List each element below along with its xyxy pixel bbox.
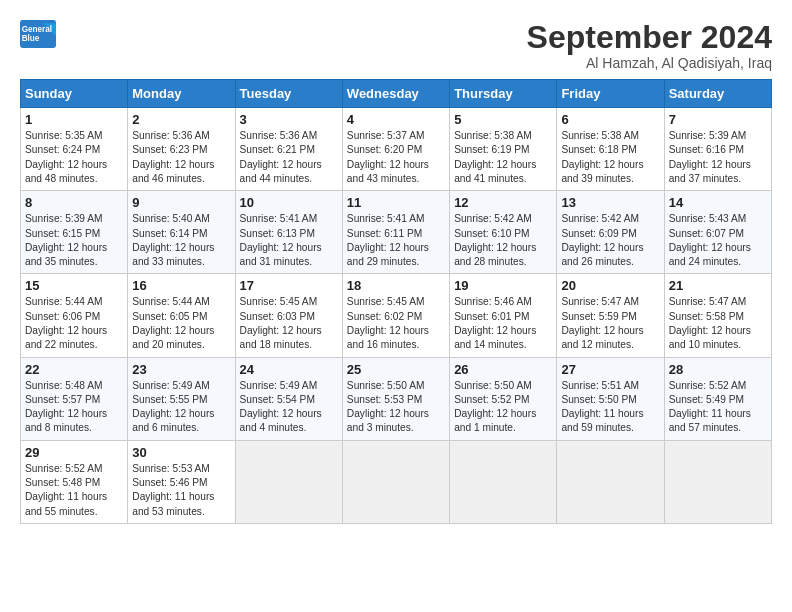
calendar-week-5: 29 Sunrise: 5:52 AM Sunset: 5:48 PM Dayl… bbox=[21, 440, 772, 523]
day-number: 29 bbox=[25, 445, 123, 460]
sunrise-text: Sunrise: 5:47 AM bbox=[669, 296, 747, 307]
day-number: 14 bbox=[669, 195, 767, 210]
table-row bbox=[557, 440, 664, 523]
table-row: 7 Sunrise: 5:39 AM Sunset: 6:16 PM Dayli… bbox=[664, 108, 771, 191]
day-number: 25 bbox=[347, 362, 445, 377]
calendar-week-3: 15 Sunrise: 5:44 AM Sunset: 6:06 PM Dayl… bbox=[21, 274, 772, 357]
sunset-text: Sunset: 6:23 PM bbox=[132, 144, 207, 155]
svg-text:Blue: Blue bbox=[22, 34, 40, 43]
day-info: Sunrise: 5:52 AM Sunset: 5:48 PM Dayligh… bbox=[25, 462, 123, 519]
sunset-text: Sunset: 6:13 PM bbox=[240, 228, 315, 239]
sunset-text: Sunset: 5:57 PM bbox=[25, 394, 100, 405]
daylight-text: Daylight: 12 hours and 29 minutes. bbox=[347, 242, 429, 267]
header-row: Sunday Monday Tuesday Wednesday Thursday… bbox=[21, 80, 772, 108]
table-row: 29 Sunrise: 5:52 AM Sunset: 5:48 PM Dayl… bbox=[21, 440, 128, 523]
sunrise-text: Sunrise: 5:50 AM bbox=[347, 380, 425, 391]
daylight-text: Daylight: 12 hours and 39 minutes. bbox=[561, 159, 643, 184]
daylight-text: Daylight: 12 hours and 31 minutes. bbox=[240, 242, 322, 267]
day-number: 6 bbox=[561, 112, 659, 127]
col-wednesday: Wednesday bbox=[342, 80, 449, 108]
day-number: 1 bbox=[25, 112, 123, 127]
table-row: 14 Sunrise: 5:43 AM Sunset: 6:07 PM Dayl… bbox=[664, 191, 771, 274]
sunset-text: Sunset: 5:46 PM bbox=[132, 477, 207, 488]
sunset-text: Sunset: 6:02 PM bbox=[347, 311, 422, 322]
day-number: 15 bbox=[25, 278, 123, 293]
day-info: Sunrise: 5:50 AM Sunset: 5:52 PM Dayligh… bbox=[454, 379, 552, 436]
col-friday: Friday bbox=[557, 80, 664, 108]
sunrise-text: Sunrise: 5:49 AM bbox=[132, 380, 210, 391]
logo-icon: General Blue bbox=[20, 20, 56, 48]
sunrise-text: Sunrise: 5:49 AM bbox=[240, 380, 318, 391]
sunset-text: Sunset: 5:48 PM bbox=[25, 477, 100, 488]
sunset-text: Sunset: 5:54 PM bbox=[240, 394, 315, 405]
sunset-text: Sunset: 6:24 PM bbox=[25, 144, 100, 155]
day-info: Sunrise: 5:44 AM Sunset: 6:05 PM Dayligh… bbox=[132, 295, 230, 352]
day-info: Sunrise: 5:49 AM Sunset: 5:54 PM Dayligh… bbox=[240, 379, 338, 436]
day-info: Sunrise: 5:41 AM Sunset: 6:11 PM Dayligh… bbox=[347, 212, 445, 269]
day-number: 2 bbox=[132, 112, 230, 127]
sunrise-text: Sunrise: 5:45 AM bbox=[347, 296, 425, 307]
table-row: 1 Sunrise: 5:35 AM Sunset: 6:24 PM Dayli… bbox=[21, 108, 128, 191]
sunrise-text: Sunrise: 5:48 AM bbox=[25, 380, 103, 391]
calendar-table: Sunday Monday Tuesday Wednesday Thursday… bbox=[20, 79, 772, 524]
day-number: 24 bbox=[240, 362, 338, 377]
sunrise-text: Sunrise: 5:44 AM bbox=[25, 296, 103, 307]
sunrise-text: Sunrise: 5:45 AM bbox=[240, 296, 318, 307]
day-info: Sunrise: 5:46 AM Sunset: 6:01 PM Dayligh… bbox=[454, 295, 552, 352]
table-row: 5 Sunrise: 5:38 AM Sunset: 6:19 PM Dayli… bbox=[450, 108, 557, 191]
table-row: 20 Sunrise: 5:47 AM Sunset: 5:59 PM Dayl… bbox=[557, 274, 664, 357]
table-row: 27 Sunrise: 5:51 AM Sunset: 5:50 PM Dayl… bbox=[557, 357, 664, 440]
sunrise-text: Sunrise: 5:53 AM bbox=[132, 463, 210, 474]
col-saturday: Saturday bbox=[664, 80, 771, 108]
sunset-text: Sunset: 6:10 PM bbox=[454, 228, 529, 239]
day-info: Sunrise: 5:44 AM Sunset: 6:06 PM Dayligh… bbox=[25, 295, 123, 352]
day-info: Sunrise: 5:49 AM Sunset: 5:55 PM Dayligh… bbox=[132, 379, 230, 436]
day-number: 28 bbox=[669, 362, 767, 377]
daylight-text: Daylight: 12 hours and 41 minutes. bbox=[454, 159, 536, 184]
daylight-text: Daylight: 12 hours and 18 minutes. bbox=[240, 325, 322, 350]
sunrise-text: Sunrise: 5:50 AM bbox=[454, 380, 532, 391]
sunset-text: Sunset: 6:06 PM bbox=[25, 311, 100, 322]
day-info: Sunrise: 5:35 AM Sunset: 6:24 PM Dayligh… bbox=[25, 129, 123, 186]
table-row: 3 Sunrise: 5:36 AM Sunset: 6:21 PM Dayli… bbox=[235, 108, 342, 191]
day-info: Sunrise: 5:45 AM Sunset: 6:03 PM Dayligh… bbox=[240, 295, 338, 352]
sunset-text: Sunset: 6:21 PM bbox=[240, 144, 315, 155]
day-info: Sunrise: 5:36 AM Sunset: 6:23 PM Dayligh… bbox=[132, 129, 230, 186]
day-info: Sunrise: 5:43 AM Sunset: 6:07 PM Dayligh… bbox=[669, 212, 767, 269]
daylight-text: Daylight: 12 hours and 16 minutes. bbox=[347, 325, 429, 350]
sunset-text: Sunset: 5:58 PM bbox=[669, 311, 744, 322]
table-row: 2 Sunrise: 5:36 AM Sunset: 6:23 PM Dayli… bbox=[128, 108, 235, 191]
daylight-text: Daylight: 12 hours and 10 minutes. bbox=[669, 325, 751, 350]
day-info: Sunrise: 5:42 AM Sunset: 6:09 PM Dayligh… bbox=[561, 212, 659, 269]
sunset-text: Sunset: 6:03 PM bbox=[240, 311, 315, 322]
day-number: 13 bbox=[561, 195, 659, 210]
table-row: 30 Sunrise: 5:53 AM Sunset: 5:46 PM Dayl… bbox=[128, 440, 235, 523]
sunset-text: Sunset: 6:11 PM bbox=[347, 228, 422, 239]
day-number: 9 bbox=[132, 195, 230, 210]
sunset-text: Sunset: 6:01 PM bbox=[454, 311, 529, 322]
sunset-text: Sunset: 5:49 PM bbox=[669, 394, 744, 405]
sunrise-text: Sunrise: 5:42 AM bbox=[454, 213, 532, 224]
page-container: General Blue September 2024 Al Hamzah, A… bbox=[20, 20, 772, 524]
daylight-text: Daylight: 11 hours and 57 minutes. bbox=[669, 408, 751, 433]
sunrise-text: Sunrise: 5:51 AM bbox=[561, 380, 639, 391]
table-row: 26 Sunrise: 5:50 AM Sunset: 5:52 PM Dayl… bbox=[450, 357, 557, 440]
sunrise-text: Sunrise: 5:43 AM bbox=[669, 213, 747, 224]
day-info: Sunrise: 5:53 AM Sunset: 5:46 PM Dayligh… bbox=[132, 462, 230, 519]
sunrise-text: Sunrise: 5:42 AM bbox=[561, 213, 639, 224]
table-row: 22 Sunrise: 5:48 AM Sunset: 5:57 PM Dayl… bbox=[21, 357, 128, 440]
day-number: 27 bbox=[561, 362, 659, 377]
day-number: 22 bbox=[25, 362, 123, 377]
sunset-text: Sunset: 5:53 PM bbox=[347, 394, 422, 405]
table-row: 12 Sunrise: 5:42 AM Sunset: 6:10 PM Dayl… bbox=[450, 191, 557, 274]
day-info: Sunrise: 5:52 AM Sunset: 5:49 PM Dayligh… bbox=[669, 379, 767, 436]
table-row: 4 Sunrise: 5:37 AM Sunset: 6:20 PM Dayli… bbox=[342, 108, 449, 191]
sunrise-text: Sunrise: 5:36 AM bbox=[132, 130, 210, 141]
day-number: 5 bbox=[454, 112, 552, 127]
day-number: 23 bbox=[132, 362, 230, 377]
table-row: 21 Sunrise: 5:47 AM Sunset: 5:58 PM Dayl… bbox=[664, 274, 771, 357]
table-row: 8 Sunrise: 5:39 AM Sunset: 6:15 PM Dayli… bbox=[21, 191, 128, 274]
day-number: 12 bbox=[454, 195, 552, 210]
sunset-text: Sunset: 5:59 PM bbox=[561, 311, 636, 322]
table-row bbox=[450, 440, 557, 523]
